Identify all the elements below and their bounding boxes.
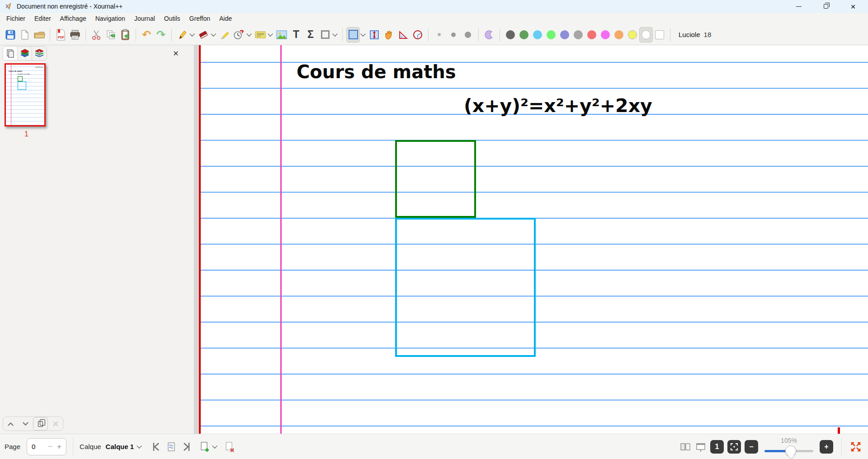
color-white-button[interactable]: [639, 27, 653, 42]
color-magenta-button[interactable]: [599, 27, 612, 42]
menu-fichier[interactable]: Fichier: [2, 14, 30, 23]
undo-button[interactable]: ↶: [140, 27, 153, 42]
last-page-button[interactable]: [180, 439, 193, 454]
zoom-fit-button[interactable]: [727, 440, 741, 454]
presentation-mode-button[interactable]: [694, 439, 708, 454]
delete-page-sidebar-button[interactable]: [48, 417, 63, 431]
document-canvas[interactable]: Cours de maths (x+y)²=x²+y²+2xy: [194, 45, 868, 434]
page-increment-button[interactable]: +: [57, 442, 61, 451]
highlighter-tool-button[interactable]: [218, 27, 231, 42]
paste-button[interactable]: [118, 27, 132, 42]
pdf-icon: PDF: [55, 29, 66, 41]
new-page-options-chevron[interactable]: [212, 443, 217, 448]
move-page-down-button[interactable]: [18, 417, 33, 431]
last-page-icon: [182, 442, 191, 452]
shape-options-chevron[interactable]: [332, 31, 337, 36]
sidebar-tab-layerstack[interactable]: [32, 47, 47, 60]
canvas-text-title[interactable]: Cours de maths: [297, 61, 456, 82]
page-decrement-button[interactable]: −: [48, 442, 52, 451]
color-light-green-button[interactable]: [544, 27, 558, 42]
statusbar-separator: [841, 438, 842, 456]
insert-image-button[interactable]: [275, 27, 288, 42]
pen-options-chevron[interactable]: [189, 31, 194, 36]
color-indigo-button[interactable]: [558, 27, 571, 42]
compass-tool-button[interactable]: [411, 27, 425, 42]
copy-page-button[interactable]: [33, 417, 48, 431]
math-tex-tool-button[interactable]: Σ: [304, 27, 317, 42]
menu-greffon[interactable]: Greffon: [185, 14, 215, 23]
setsquare-tool-button[interactable]: [396, 27, 410, 42]
color-light-blue-button[interactable]: [531, 27, 544, 42]
color-red-button[interactable]: [585, 27, 599, 42]
zoom-slider-handle[interactable]: [785, 445, 796, 456]
font-name-button[interactable]: Luciole: [679, 31, 700, 38]
new-page-button[interactable]: [198, 439, 212, 454]
thickness-thick-button[interactable]: [461, 27, 475, 42]
print-button[interactable]: [68, 27, 82, 42]
color-dark-gray-button[interactable]: [504, 27, 517, 42]
page-thumbnail[interactable]: lundi 23 avril Cours de maths (x+y)²=x²+…: [5, 63, 46, 126]
pen-tool-button[interactable]: [175, 27, 189, 42]
layer-select[interactable]: Calque 1: [106, 443, 134, 450]
sidebar-footer-toolbar: [3, 417, 63, 431]
fullscreen-button[interactable]: [849, 439, 863, 454]
zoom-out-button[interactable]: −: [745, 440, 758, 454]
fill-tool-button[interactable]: [482, 27, 496, 42]
two-page-view-button[interactable]: [679, 439, 692, 454]
menu-journal[interactable]: Journal: [130, 14, 160, 23]
sidebar-tab-layers[interactable]: [18, 47, 32, 60]
open-button[interactable]: [33, 27, 46, 42]
menu-navigation[interactable]: Navigation: [91, 14, 130, 23]
hand-tool-button[interactable]: [382, 27, 396, 42]
zoom-in-button[interactable]: +: [820, 440, 833, 454]
stroke-playback-options-chevron[interactable]: [246, 31, 251, 36]
export-pdf-button[interactable]: PDF: [54, 27, 67, 42]
menu-affichage[interactable]: Affichage: [56, 14, 91, 23]
color-green-button[interactable]: [517, 27, 531, 42]
save-button[interactable]: [4, 27, 17, 42]
color-indigo-icon: [560, 30, 569, 39]
restore-button[interactable]: [816, 0, 836, 13]
selection-tool-button[interactable]: [346, 27, 360, 42]
text-tool-button[interactable]: T: [289, 27, 303, 42]
minimize-button[interactable]: [788, 0, 809, 13]
paste-icon: [120, 29, 131, 41]
canvas-cyan-rectangle[interactable]: [395, 218, 536, 357]
canvas-text-formula[interactable]: (x+y)²=x²+y²+2xy: [464, 95, 652, 117]
new-document-button[interactable]: [18, 27, 32, 42]
zoom-100-button[interactable]: 1: [710, 440, 724, 454]
font-size-value[interactable]: 18: [704, 31, 712, 38]
color-gray-button[interactable]: [571, 27, 585, 42]
menu-outils[interactable]: Outils: [160, 14, 185, 23]
selection-options-chevron[interactable]: [360, 31, 365, 36]
menu-aide[interactable]: Aide: [215, 14, 236, 23]
eraser-options-chevron[interactable]: [211, 31, 216, 36]
page-number-value[interactable]: 0: [32, 443, 48, 450]
canvas-green-rectangle[interactable]: [395, 140, 476, 218]
sidebar-tab-page-preview[interactable]: [3, 47, 18, 60]
close-button[interactable]: ×: [843, 0, 863, 13]
redo-button[interactable]: ↷: [154, 27, 168, 42]
first-page-button[interactable]: [149, 439, 163, 454]
color-orange-button[interactable]: [612, 27, 626, 42]
eraser-tool-button[interactable]: [197, 27, 210, 42]
sidebar-close-button[interactable]: ✕: [170, 48, 181, 59]
word-stamp-options-chevron[interactable]: [268, 31, 273, 36]
word-stamp-tool-button[interactable]: [254, 27, 267, 42]
page-number-spinner[interactable]: 0 − +: [27, 438, 66, 455]
color-custom-button[interactable]: [653, 27, 666, 42]
move-page-up-button[interactable]: [3, 417, 18, 431]
thickness-fine-button[interactable]: [432, 27, 446, 42]
layer-select-chevron[interactable]: [137, 443, 142, 448]
copy-button[interactable]: [104, 27, 118, 42]
shape-tool-button[interactable]: [318, 27, 332, 42]
delete-page-button[interactable]: [223, 439, 236, 454]
undo-icon: ↶: [142, 29, 151, 40]
thickness-medium-button[interactable]: [447, 27, 460, 42]
menu-editer[interactable]: Editer: [30, 14, 56, 23]
stroke-playback-tool-button[interactable]: [232, 27, 246, 42]
color-yellow-button[interactable]: [626, 27, 639, 42]
vertical-space-tool-button[interactable]: [368, 27, 381, 42]
goto-annotated-page-button[interactable]: [165, 439, 178, 454]
cut-button[interactable]: [90, 27, 103, 42]
